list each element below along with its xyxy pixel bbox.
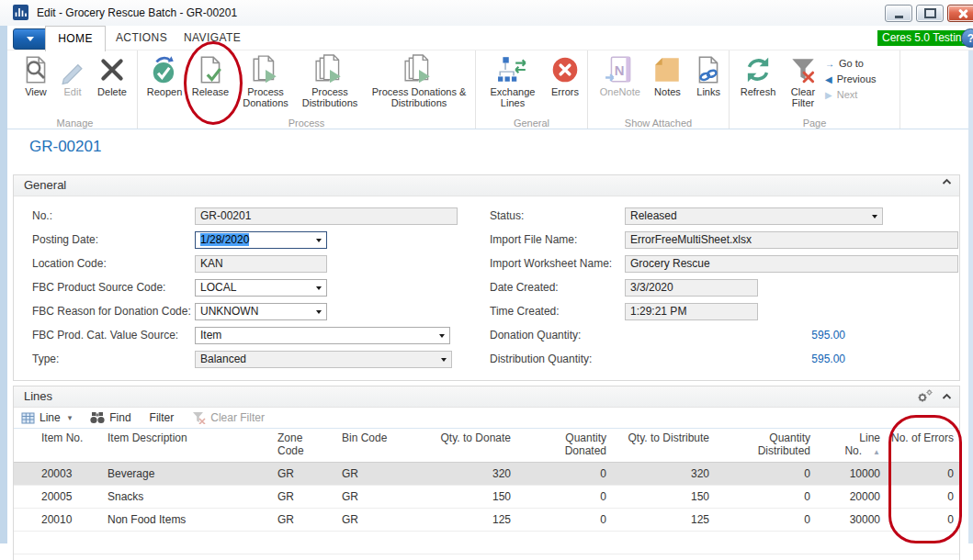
empty-cell — [272, 554, 336, 560]
filter-button[interactable]: Filter — [150, 411, 175, 424]
empty-cell — [886, 531, 959, 554]
maximize-icon — [924, 8, 936, 18]
reopen-button[interactable]: Reopen — [143, 53, 186, 97]
table-cell: GR — [336, 462, 408, 485]
column-header[interactable]: Quantity Distributed — [715, 429, 816, 462]
table-cell: 20010 — [14, 508, 102, 531]
column-header[interactable]: Line No.▲ — [816, 429, 886, 462]
goto-icon: → — [825, 59, 834, 69]
window-title: Edit - Grocery Rescue Batch - GR-00201 — [37, 6, 237, 19]
previous-icon: ◀ — [825, 74, 832, 84]
next-button: ▶Next — [825, 89, 891, 100]
links-label: Links — [696, 86, 720, 97]
reopen-label: Reopen — [147, 86, 183, 97]
process-donations-distributions-button[interactable]: Process Donations & Distributions — [364, 53, 474, 109]
table-cell: 0 — [516, 485, 612, 508]
empty-cell — [336, 554, 408, 560]
application-menu-button[interactable] — [13, 28, 48, 50]
distribution-quantity-value[interactable]: 595.00 — [625, 353, 845, 365]
column-header[interactable]: No. of Errors — [886, 429, 959, 462]
errors-label: Errors — [551, 86, 579, 97]
find-label: Find — [109, 411, 130, 424]
release-button[interactable]: Release — [186, 53, 235, 97]
table-cell: 150 — [612, 485, 715, 508]
lines-fasttab-header[interactable]: Lines — [14, 386, 959, 408]
dropdown-arrow-icon[interactable] — [316, 310, 322, 314]
no-label: No.: — [32, 209, 195, 222]
empty-cell — [408, 554, 516, 560]
next-label: Next — [837, 89, 858, 100]
customize-gear-icon[interactable] — [917, 389, 933, 403]
notes-label: Notes — [654, 86, 681, 97]
empty-cell — [816, 531, 886, 554]
minimize-button[interactable] — [885, 5, 912, 22]
minimize-icon — [895, 16, 903, 18]
table-cell: GR — [272, 462, 336, 485]
app-icon — [13, 5, 28, 20]
errors-button[interactable]: Errors — [544, 53, 586, 97]
maximize-button[interactable] — [916, 5, 944, 22]
previous-button[interactable]: ◀Previous — [825, 73, 891, 84]
donation-quantity-value[interactable]: 595.00 — [625, 329, 845, 342]
delete-button[interactable]: Delete — [90, 53, 134, 97]
process-donations-button[interactable]: Process Donations — [235, 53, 296, 109]
location-code-field: KAN — [195, 255, 327, 273]
dropdown-arrow-icon[interactable] — [316, 239, 322, 242]
notes-icon — [651, 54, 683, 85]
table-row[interactable]: 20005SnacksGRGR15001500200000 — [14, 485, 959, 508]
fbc-prod-cat-field[interactable]: Item — [195, 327, 450, 344]
ribbon-group-process: Reopen Release Process Donations Process… — [138, 50, 476, 129]
column-header[interactable]: Item Description — [102, 429, 272, 462]
links-button[interactable]: Links — [688, 53, 729, 97]
goto-button[interactable]: →Go to — [825, 58, 891, 69]
exchange-lines-button[interactable]: Exchange Lines — [481, 53, 544, 109]
column-header[interactable]: Quantity Donated — [516, 429, 612, 462]
notes-button[interactable]: Notes — [647, 53, 689, 97]
ribbon-group-manage: View Edit Delete Manage — [13, 50, 138, 129]
posting-date-field[interactable]: 1/28/2020 — [195, 231, 327, 249]
dropdown-arrow-icon[interactable] — [316, 286, 322, 290]
column-header[interactable]: Qty. to Donate — [408, 429, 516, 462]
column-header[interactable]: Zone Code — [272, 429, 336, 462]
view-button[interactable]: View — [17, 53, 55, 97]
dropdown-arrow-icon[interactable] — [439, 334, 445, 338]
clear-filter-icon — [192, 411, 206, 424]
ribbon-tab-row: HOME ACTIONS NAVIGATE — [0, 26, 973, 50]
general-fasttab-header[interactable]: General — [14, 175, 959, 196]
table-cell: GR — [336, 485, 408, 508]
next-icon: ▶ — [825, 90, 832, 100]
find-button[interactable]: Find — [90, 411, 130, 424]
column-header[interactable]: Qty. to Distribute — [612, 429, 715, 462]
general-fasttab: General No.: GR-00201 Posting Date: 1/28… — [13, 174, 960, 381]
process-donations-label: Process Donations — [235, 86, 296, 109]
tab-navigate[interactable]: NAVIGATE — [177, 26, 247, 50]
empty-cell — [886, 554, 959, 560]
empty-cell — [102, 554, 272, 560]
close-icon — [957, 8, 968, 19]
empty-cell — [14, 531, 102, 554]
table-row[interactable]: 20003BeverageGRGR32003200100000 — [14, 462, 959, 485]
close-button[interactable] — [947, 5, 973, 22]
empty-cell — [14, 554, 102, 560]
tab-home[interactable]: HOME — [45, 26, 106, 51]
collapse-chevron-icon[interactable] — [942, 178, 952, 185]
group-label-show-attached: Show Attached — [588, 118, 729, 129]
table-cell: 20000 — [816, 485, 886, 508]
lines-header-label: Lines — [24, 389, 52, 403]
fbc-product-source-field[interactable]: LOCAL — [195, 279, 327, 297]
process-distributions-button[interactable]: Process Distributions — [296, 53, 364, 109]
table-cell: 0 — [715, 462, 816, 485]
fbc-reason-field[interactable]: UNKNOWN — [195, 303, 327, 320]
line-menu-button[interactable]: Line ▾ — [21, 411, 72, 425]
table-row[interactable]: 20010Non Food ItemsGRGR12501250300000 — [14, 508, 959, 531]
refresh-button[interactable]: Refresh — [735, 53, 781, 97]
table-cell: 0 — [516, 462, 612, 485]
tab-actions[interactable]: ACTIONS — [111, 26, 172, 50]
chevron-down-icon — [27, 37, 34, 41]
fbc-prod-cat-label: FBC Prod. Cat. Value Source: — [32, 329, 195, 342]
onenote-button: N OneNote — [594, 53, 647, 97]
clear-filter-button[interactable]: Clear Filter — [781, 53, 825, 109]
collapse-chevron-icon[interactable] — [942, 393, 952, 400]
column-header[interactable]: Item No. — [14, 429, 102, 462]
column-header[interactable]: Bin Code — [336, 429, 408, 462]
